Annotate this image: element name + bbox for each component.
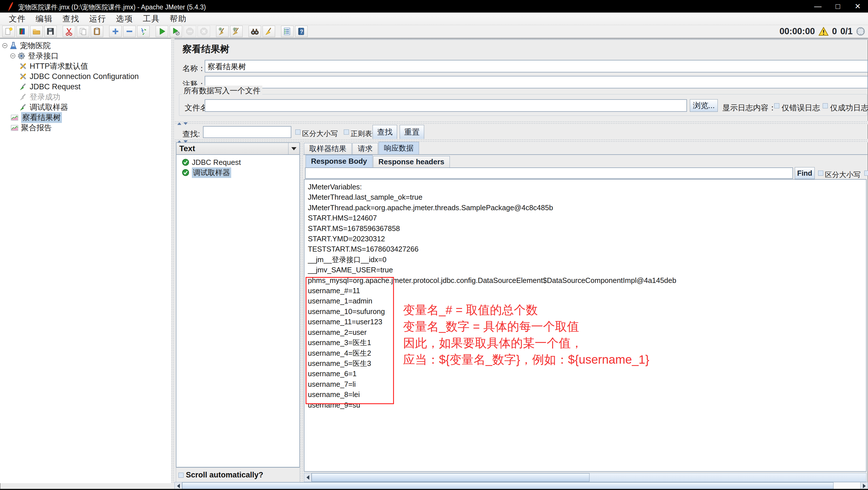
toggle-button[interactable] [137,26,150,37]
success-shield-icon [182,158,190,166]
minus-icon [125,27,134,36]
templates-button[interactable] [16,26,29,37]
search-input[interactable] [203,126,291,138]
help-button[interactable]: ? [295,26,308,37]
find-button[interactable]: 查找 [373,125,397,139]
tab-sampler-result[interactable]: 取样器结果 [304,143,352,154]
tree-item-login-success-disabled[interactable]: 登录成功 [19,92,60,102]
collapse-handle-icon[interactable] [10,53,16,58]
search-case-checkbox[interactable] [295,129,301,135]
tree-item-jdbc-config[interactable]: JDBC Connection Configuration [19,71,139,82]
chevron-down-icon[interactable] [288,143,299,154]
copy-icon [79,27,87,36]
tree-item-aggregate-report[interactable]: 聚合报告 [10,123,52,133]
tab-response-headers[interactable]: Response headers [373,156,450,167]
filename-input[interactable] [205,99,687,112]
collapse-handle-icon[interactable] [2,43,7,48]
search-button[interactable] [249,26,261,37]
search-reset-button[interactable] [262,26,275,37]
shutdown-button[interactable] [197,26,210,37]
cut-button[interactable] [63,26,75,37]
cut-icon [65,27,73,36]
tab-response-body[interactable]: Response Body [306,155,373,167]
new-button[interactable] [2,26,15,37]
test-plan-tree: 宠物医院 登录接口 HTTP请求默认值 JDBC Connection Conf… [0,38,171,483]
toolbar: ? [0,25,868,38]
close-button[interactable]: ✕ [850,2,866,11]
view-selector[interactable]: Text [176,142,300,155]
copy-button[interactable] [77,26,89,37]
results-splitter[interactable] [300,142,303,483]
tab-request[interactable]: 请求 [352,143,378,154]
plus-icon [111,27,120,36]
paste-button[interactable] [91,26,103,37]
response-hscrollbar[interactable] [304,473,867,482]
menu-help[interactable]: 帮助 [165,13,191,24]
name-input[interactable]: 察看结果树 [205,60,868,73]
menu-options[interactable]: 选项 [111,13,138,24]
start-no-pauses-button[interactable] [169,26,182,37]
clear-button[interactable] [216,26,228,37]
save-button[interactable] [44,26,57,37]
result-item-jdbc-request[interactable]: JDBC Request [182,157,241,167]
menu-tools[interactable]: 工具 [138,13,165,24]
response-find-button[interactable]: Find [795,167,815,179]
tree-item-thread-group[interactable]: 登录接口 [10,51,59,61]
errors-only-checkbox[interactable] [774,103,779,108]
help-icon: ? [297,27,306,36]
tree-item-jdbc-request[interactable]: JDBC Request [19,82,81,92]
tree-item-label: 登录接口 [28,51,59,61]
menu-search[interactable]: 查找 [58,13,84,24]
menu-run[interactable]: 运行 [84,13,111,24]
thread-group-icon [17,52,26,60]
start-button[interactable] [156,26,168,37]
minimize-button[interactable]: — [810,2,826,11]
function-helper-button[interactable] [281,26,293,37]
tree-item-test-plan[interactable]: 宠物医院 [2,40,51,51]
divider-expand-icon[interactable] [184,122,188,125]
paste-icon [93,27,101,36]
success-only-checkbox[interactable] [823,103,828,108]
comment-input[interactable] [205,76,868,88]
listener-chart-icon [10,113,19,122]
menu-edit[interactable]: 编辑 [31,13,58,24]
scrollbar-track[interactable] [589,473,866,482]
stop-button[interactable] [184,26,196,37]
search-regex-checkbox[interactable] [344,129,349,135]
broom-icon [265,27,273,36]
results-tree: JDBC Request 调试取样器 [176,154,300,467]
jmeter-logo-icon [6,2,16,11]
errors-only-label: 仅错误日志 [782,103,820,113]
success-shield-icon [182,169,190,177]
browse-button[interactable]: 浏览... [690,99,718,112]
annotation-line: 变量名_数字 = 具体的每一个取值 [403,318,649,335]
tree-item-view-results-tree[interactable]: 察看结果树 [10,112,62,123]
open-folder-icon [32,27,41,36]
play-no-pauses-icon [172,27,180,36]
divider-collapse-icon[interactable] [177,122,181,125]
collapse-all-button[interactable] [123,26,136,37]
scroll-auto-checkbox[interactable] [179,472,184,478]
tab-response-data[interactable]: 响应数据 [378,142,419,154]
maximize-button[interactable]: □ [830,2,846,11]
scroll-left-icon[interactable] [304,473,312,482]
search-divider[interactable] [175,121,868,124]
response-find-input[interactable] [305,167,793,179]
response-find-case-checkbox[interactable] [818,171,823,176]
response-find-regex-checkbox[interactable] [864,171,868,176]
open-button[interactable] [30,26,43,37]
menu-file[interactable]: 文件 [4,13,31,24]
tree-item-debug-sampler[interactable]: 调试取样器 [19,102,68,112]
reset-button[interactable]: 重置 [400,125,424,139]
response-body-text[interactable]: JMeterVariables: JMeterThread.last_sampl… [304,179,867,472]
warning-icon[interactable] [818,27,829,36]
clear-icon [218,27,227,36]
clear-all-button[interactable] [230,26,243,37]
thread-count: 0/1 [840,26,852,36]
results-divider[interactable] [175,139,868,142]
main-splitter[interactable] [171,38,175,483]
scrollbar-thumb[interactable] [312,473,589,482]
result-item-debug-sampler[interactable]: 调试取样器 [182,167,231,178]
tree-item-http-defaults[interactable]: HTTP请求默认值 [19,61,88,71]
expand-all-button[interactable] [109,26,122,37]
